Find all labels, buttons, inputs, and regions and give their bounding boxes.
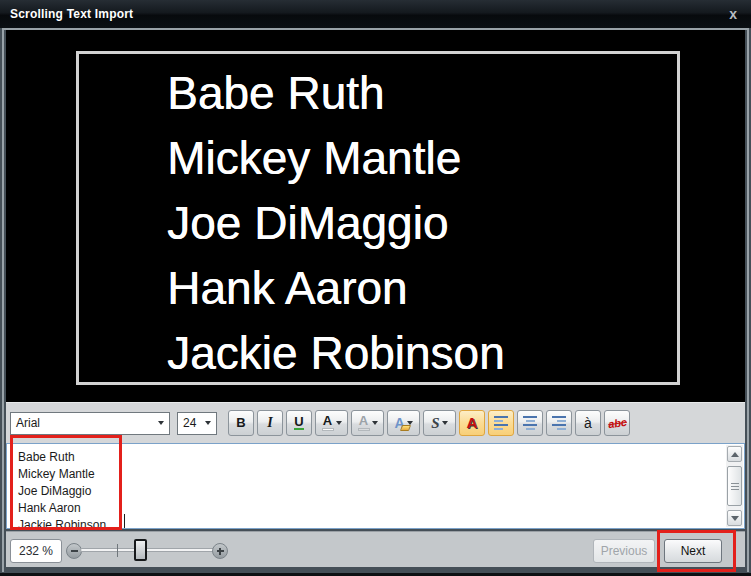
zoom-level-value: 232 %: [19, 544, 53, 558]
preview-line: Joe DiMaggio: [167, 191, 677, 256]
chevron-down-icon: [158, 421, 164, 425]
font-family-value: Arial: [16, 416, 40, 430]
close-icon[interactable]: x: [725, 7, 741, 21]
font-family-select[interactable]: Arial: [10, 412, 170, 435]
scroll-down-button[interactable]: [727, 510, 742, 526]
zoom-slider-tick: [117, 544, 118, 557]
text-caret: [124, 514, 125, 528]
scroll-down-icon: [731, 516, 739, 521]
scroll-up-icon: [731, 452, 739, 457]
preview-sign-box: Babe Ruth Mickey Mantle Joe DiMaggio Han…: [76, 51, 680, 385]
align-left-button[interactable]: [488, 410, 514, 436]
previous-button[interactable]: Previous: [593, 539, 655, 563]
underline-button[interactable]: U: [286, 410, 312, 436]
align-right-icon: [552, 416, 566, 430]
spellcheck-icon: abc: [607, 416, 627, 431]
next-button[interactable]: Next: [664, 539, 722, 563]
zoom-in-button[interactable]: [212, 543, 228, 559]
font-color-button[interactable]: A: [315, 410, 348, 436]
chevron-down-icon: [205, 421, 211, 425]
editor-line: Jackie Robinson: [18, 517, 744, 529]
underline-icon: U: [294, 416, 303, 430]
text-style-icon: S: [431, 417, 439, 429]
bold-button[interactable]: B: [228, 410, 254, 436]
chevron-down-icon: [372, 421, 378, 425]
scrollbar-thumb[interactable]: [727, 466, 742, 506]
font-size-value: 24: [183, 416, 196, 430]
bold-icon: B: [236, 417, 245, 429]
preview-line: Mickey Mantle: [167, 126, 677, 191]
previous-button-label: Previous: [601, 544, 648, 558]
accent-characters-icon: à: [584, 417, 592, 429]
chevron-down-icon: [442, 421, 448, 425]
scrolling-text-import-dialog: Scrolling Text Import x Babe Ruth Mickey…: [0, 0, 751, 576]
align-left-icon: [494, 416, 508, 430]
text-style-button[interactable]: S: [423, 410, 456, 436]
italic-button[interactable]: I: [257, 410, 283, 436]
text-effect-button[interactable]: A: [459, 410, 485, 436]
spellcheck-button[interactable]: abc: [604, 410, 630, 436]
preview-line: Babe Ruth: [167, 61, 677, 126]
zoom-slider-handle[interactable]: [134, 539, 147, 561]
editor-text: Babe Ruth Mickey Mantle Joe DiMaggio Han…: [7, 444, 744, 529]
scroll-up-button[interactable]: [727, 446, 742, 462]
editor-line: Hank Aaron: [18, 500, 744, 517]
paint-icon: [400, 425, 411, 431]
highlight-color-icon: A: [358, 415, 370, 431]
italic-icon: I: [267, 417, 272, 429]
dialog-title: Scrolling Text Import: [10, 7, 133, 21]
highlight-color-button[interactable]: A: [351, 410, 384, 436]
accent-characters-button[interactable]: à: [575, 410, 601, 436]
editor-line: Joe DiMaggio: [18, 483, 744, 500]
formatting-toolbar: Arial 24 B I U A A: [6, 402, 745, 443]
editor-line: Babe Ruth: [18, 449, 744, 466]
text-effect-icon: A: [467, 417, 478, 429]
titlebar: Scrolling Text Import x: [0, 0, 751, 28]
minus-icon: [71, 550, 78, 552]
plus-icon: [219, 548, 221, 555]
preview-line: Jackie Robinson: [167, 321, 677, 385]
align-center-icon: [523, 416, 537, 430]
align-center-button[interactable]: [517, 410, 543, 436]
preview-area: Babe Ruth Mickey Mantle Joe DiMaggio Han…: [6, 28, 745, 402]
align-right-button[interactable]: [546, 410, 572, 436]
chevron-down-icon: [336, 421, 342, 425]
text-input-area[interactable]: Babe Ruth Mickey Mantle Joe DiMaggio Han…: [6, 443, 745, 529]
vertical-scrollbar[interactable]: [726, 445, 743, 527]
zoom-slider-track[interactable]: [80, 548, 216, 552]
next-button-label: Next: [681, 544, 706, 558]
footer-bar: 232 % Previous Next: [6, 531, 745, 567]
font-size-select[interactable]: 24: [177, 412, 217, 435]
zoom-level-field[interactable]: 232 %: [10, 539, 62, 563]
outline-color-button[interactable]: A: [387, 410, 420, 436]
preview-line: Hank Aaron: [167, 256, 677, 321]
font-color-icon: A: [322, 415, 334, 431]
editor-line: Mickey Mantle: [18, 466, 744, 483]
